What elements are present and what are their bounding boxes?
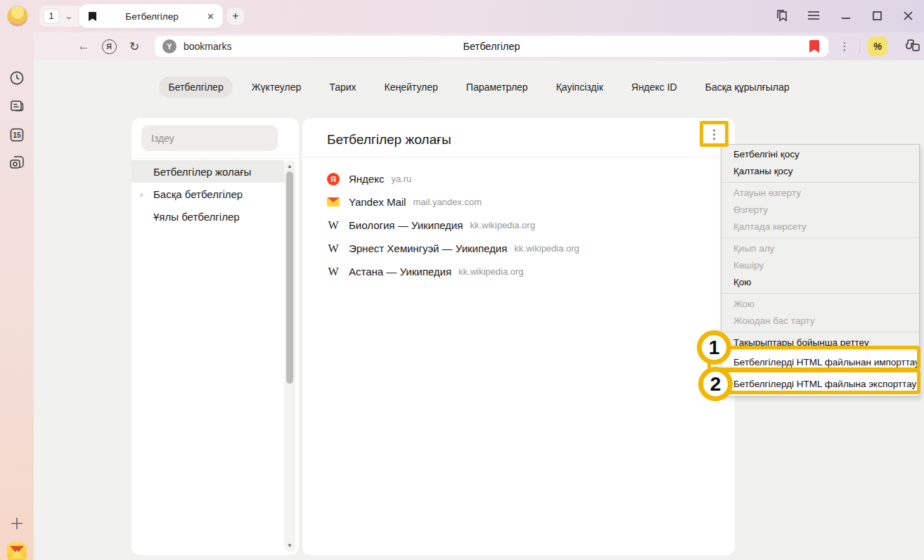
address-toolbar: ← Я ↻ Y bookmarks Бетбелгілер ⋮ % [34, 32, 924, 60]
wikipedia-favicon-wrap: W [327, 266, 340, 278]
new-tab-button[interactable]: + [227, 8, 244, 25]
browser-titlebar: 1 ⌄ Бетбелгілер ✕ + [0, 0, 924, 32]
nav-tab[interactable]: Яндекс ID [622, 77, 686, 98]
context-menu: Бетбелгіні қосуҚалтаны қосуАтауын өзгерт… [721, 144, 920, 397]
wikipedia-favicon-wrap: W [327, 219, 340, 232]
wikipedia-favicon: W [328, 266, 338, 278]
sidebar-folder-item[interactable]: Бетбелгілер жолағы [131, 160, 284, 183]
nav-tab[interactable]: Қауіпсіздік [547, 77, 612, 98]
percent-icon[interactable]: % [868, 37, 887, 56]
bookmark-title: Yandex Mail [349, 196, 406, 208]
tab-title: Бетбелгілер [97, 11, 207, 22]
minimize-icon[interactable] [835, 4, 856, 27]
scrollbar-thumb[interactable] [286, 171, 293, 384]
browser-menu-button[interactable] [803, 4, 824, 27]
bookmarks-sidebar: Бетбелгілер жолағы›Басқа бетбелгілерҰялы… [131, 118, 299, 555]
refresh-icon[interactable]: ↻ [124, 32, 145, 60]
feed-icon[interactable] [0, 98, 34, 114]
bookmark-title: Яндекс [349, 173, 384, 185]
history-icon[interactable] [0, 70, 34, 86]
tab-counter-badge: 1 [43, 8, 60, 24]
bookmark-title: Эрнест Хемингуэй — Уикипедия [349, 242, 507, 254]
address-bar-page-title: Бетбелгілер [155, 36, 828, 57]
window-close-icon[interactable] [897, 4, 918, 27]
menu-item: Көшіру [721, 257, 919, 274]
mail-favicon [327, 197, 340, 207]
nav-tab[interactable]: Бетбелгілер [159, 77, 232, 98]
toolbar-kebab-icon[interactable]: ⋮ [835, 32, 854, 60]
browser-side-rail: 15 ••• [0, 32, 34, 560]
calendar-day-label: 15 [13, 131, 21, 139]
nav-tab[interactable]: Кеңейтулер [376, 77, 447, 98]
wikipedia-favicon-wrap: W [327, 242, 340, 255]
nav-tab[interactable]: Жүктеулер [243, 77, 311, 98]
yandex-home-icon[interactable]: Я [98, 32, 120, 60]
address-bar[interactable]: Y bookmarks Бетбелгілер [155, 36, 828, 57]
bookmarks-panel: Бетбелгілер жолағы ЯЯндексya.ruYandex Ma… [302, 118, 735, 555]
wikipedia-favicon: W [328, 243, 338, 254]
chevron-right-icon[interactable]: › [140, 189, 143, 200]
sidebar-folder-label: Ұялы бетбелгілер [153, 211, 240, 223]
settings-nav-tabs: БетбелгілерЖүктеулерТарихКеңейтулерПарам… [34, 73, 924, 101]
scroll-down-icon[interactable]: ▼ [284, 542, 295, 549]
menu-item[interactable]: Бетбелгіні қосу [721, 146, 919, 163]
chevron-down-icon: ⌄ [64, 12, 73, 21]
avatar[interactable] [7, 6, 28, 27]
bookmark-flag-icon[interactable] [809, 40, 819, 53]
sidebar-folder-item[interactable]: ›Басқа бетбелгілер [131, 183, 284, 205]
bookmark-row[interactable]: WАстана — Уикипедияkk.wikipedia.org [302, 260, 735, 283]
add-icon[interactable] [0, 517, 34, 530]
back-icon[interactable]: ← [73, 32, 94, 60]
bookmark-title: Биология — Уикипедия [349, 219, 463, 231]
bookmark-url: kk.wikipedia.org [458, 266, 524, 277]
menu-group: Бетбелгіні қосуҚалтаны қосу [721, 146, 919, 180]
bookmark-url: ya.ru [391, 174, 411, 184]
panel-kebab-menu-button[interactable] [703, 124, 724, 145]
panel-divider [302, 157, 735, 157]
menu-item[interactable]: Тақырыптары бойынша реттеу [721, 334, 919, 351]
scroll-up-icon[interactable]: ▲ [284, 163, 295, 169]
mail-favicon-wrap [327, 196, 340, 209]
toolbar-divider [859, 39, 860, 53]
menu-item: Жою [721, 296, 919, 313]
menu-item: Жоюдан бас тарту [721, 313, 919, 330]
yandex-favicon: Я [327, 173, 340, 185]
bookmark-row[interactable]: Yandex Mailmail.yandex.com [302, 190, 735, 214]
sidebar-folder-item[interactable]: Ұялы бетбелгілер [131, 205, 284, 228]
bookmark-tab-icon [88, 11, 97, 22]
menu-item[interactable]: Бетбелгілерді HTML файлына экспорттау [721, 373, 919, 395]
bookmark-row[interactable]: WЭрнест Хемингуэй — Уикипедияkk.wikipedi… [302, 237, 735, 260]
panel-title: Бетбелгілер жолағы [327, 132, 451, 148]
tab-close-icon[interactable]: ✕ [207, 11, 214, 22]
bookmark-row[interactable]: ЯЯндексya.ru [302, 167, 735, 190]
mail-icon[interactable] [7, 542, 27, 560]
tab-group-button[interactable]: 1 ⌄ [39, 6, 83, 27]
sidebar-folder-label: Басқа бетбелгілер [153, 188, 243, 200]
bookmark-url: kk.wikipedia.org [470, 220, 535, 230]
sidebar-folder-label: Бетбелгілер жолағы [153, 166, 251, 178]
extensions-icon[interactable] [900, 32, 924, 60]
nav-tab[interactable]: Басқа құрылғылар [696, 77, 799, 98]
menu-item[interactable]: Қалтаны қосу [721, 163, 919, 180]
calendar-icon[interactable]: 15 [0, 126, 34, 143]
maximize-icon[interactable] [866, 4, 887, 27]
bookmark-url: mail.yandex.com [413, 197, 482, 207]
sidebar-divider [131, 158, 299, 159]
menu-group: Атауын өзгертуӨзгертуҚалтада көрсету [721, 182, 919, 235]
sidebar-scrollbar[interactable]: ▲ ▼ [284, 160, 295, 552]
menu-item[interactable]: Қою [721, 274, 919, 291]
nav-tab[interactable]: Параметрлер [457, 77, 537, 98]
wikipedia-favicon: W [328, 220, 338, 231]
yandex-favicon-wrap: Я [327, 173, 340, 185]
bookmark-title: Астана — Уикипедия [349, 266, 451, 278]
screenshot-icon[interactable] [0, 155, 34, 170]
menu-item[interactable]: Бетбелгілерді HTML файлынан импорттау [721, 351, 919, 373]
bookmarks-panel-button[interactable] [771, 4, 793, 27]
browser-tab[interactable]: Бетбелгілер ✕ [79, 4, 223, 28]
bookmark-row[interactable]: WБиология — Уикипедияkk.wikipedia.org [302, 214, 735, 237]
menu-group: Тақырыптары бойынша реттеуБетбелгілерді … [721, 332, 919, 395]
search-input[interactable] [141, 125, 278, 151]
menu-group: Қиып алуКөшіруҚою [721, 237, 919, 291]
nav-tab[interactable]: Тарих [320, 77, 365, 98]
menu-item: Қалтада көрсету [721, 219, 919, 235]
